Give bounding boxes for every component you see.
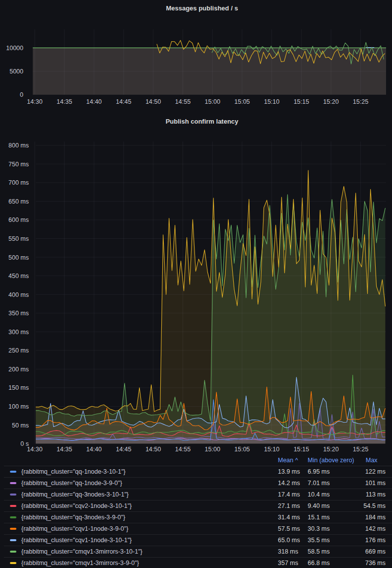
svg-text:150 ms: 150 ms	[8, 384, 29, 391]
svg-text:15:10: 15:10	[264, 98, 279, 105]
svg-text:Publish confirm latency: Publish confirm latency	[166, 118, 239, 125]
svg-text:14:30: 14:30	[27, 446, 42, 453]
svg-text:14:45: 14:45	[116, 446, 131, 453]
svg-text:15:05: 15:05	[234, 446, 250, 453]
svg-text:14:55: 14:55	[175, 98, 191, 105]
svg-text:14:50: 14:50	[145, 98, 161, 105]
svg-text:200 ms: 200 ms	[8, 366, 29, 373]
svg-text:400 ms: 400 ms	[8, 291, 29, 298]
svg-text:15:20: 15:20	[323, 446, 338, 453]
svg-text:450 ms: 450 ms	[8, 273, 29, 280]
svg-text:15:00: 15:00	[205, 446, 220, 453]
svg-text:600 ms: 600 ms	[8, 216, 29, 223]
svg-text:550 ms: 550 ms	[8, 235, 29, 242]
svg-text:100 ms: 100 ms	[8, 403, 29, 410]
svg-text:15:25: 15:25	[353, 446, 368, 453]
svg-text:10000: 10000	[6, 45, 23, 52]
svg-text:300 ms: 300 ms	[8, 329, 29, 336]
svg-text:250 ms: 250 ms	[8, 347, 29, 354]
svg-text:14:50: 14:50	[145, 446, 161, 453]
svg-text:700 ms: 700 ms	[8, 179, 29, 186]
svg-text:14:40: 14:40	[86, 98, 102, 105]
svg-text:500 ms: 500 ms	[8, 254, 29, 261]
svg-text:15:05: 15:05	[234, 98, 250, 105]
svg-text:15:15: 15:15	[294, 98, 309, 105]
svg-text:14:30: 14:30	[27, 98, 42, 105]
svg-text:15:20: 15:20	[323, 98, 338, 105]
svg-text:14:35: 14:35	[57, 446, 72, 453]
svg-text:15:10: 15:10	[264, 446, 279, 453]
svg-text:14:55: 14:55	[175, 446, 191, 453]
svg-text:14:40: 14:40	[86, 446, 102, 453]
svg-text:14:35: 14:35	[57, 98, 72, 105]
svg-text:50 ms: 50 ms	[12, 422, 29, 429]
svg-text:750 ms: 750 ms	[8, 161, 29, 168]
svg-text:14:45: 14:45	[116, 98, 131, 105]
svg-text:Messages published / s: Messages published / s	[166, 4, 238, 12]
svg-text:15:15: 15:15	[294, 446, 309, 453]
svg-text:0: 0	[20, 91, 23, 98]
svg-text:5000: 5000	[9, 68, 23, 75]
svg-text:650 ms: 650 ms	[8, 198, 29, 205]
svg-text:800 ms: 800 ms	[8, 142, 29, 149]
svg-text:15:25: 15:25	[353, 98, 368, 105]
svg-text:350 ms: 350 ms	[8, 310, 29, 317]
svg-text:15:00: 15:00	[205, 98, 220, 105]
